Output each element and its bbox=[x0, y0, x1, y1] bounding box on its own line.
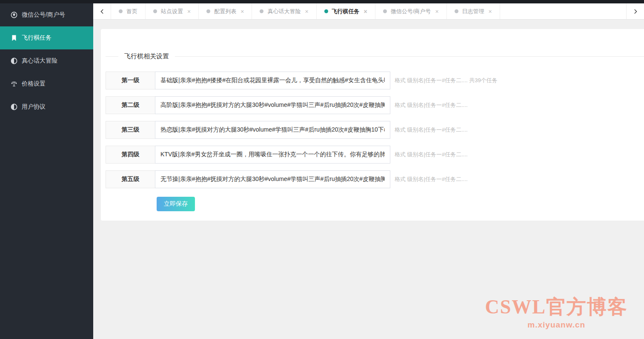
level-label: 第五级 bbox=[106, 170, 155, 188]
sidebar-item-wechat-account[interactable]: 微信公号/商户号 bbox=[0, 3, 93, 26]
sidebar-item-label: 真心话大冒险 bbox=[22, 57, 57, 65]
sidebar-item-label: 用户协议 bbox=[22, 103, 46, 111]
tab-log-management[interactable]: 日志管理 × bbox=[447, 3, 500, 19]
half-circle-icon bbox=[10, 57, 17, 65]
tab-label: 站点设置 bbox=[161, 8, 183, 15]
form-row-level-4: 第四级 格式 级别名|任务一#任务二.... bbox=[106, 146, 644, 164]
bookmark-icon bbox=[10, 34, 17, 42]
form-row-level-5: 第五级 格式 级别名|任务一#任务二.... bbox=[106, 170, 644, 188]
close-tab-icon[interactable]: × bbox=[435, 9, 438, 14]
form-row-level-2: 第二级 格式 级别名|任务一#任务二.... bbox=[106, 96, 644, 114]
task-level-form: 第一级 格式 级别名|任务一#任务二.... 共39个任务 第二级 格式 级别名… bbox=[106, 72, 644, 211]
format-hint: 格式 级别名|任务一#任务二.... bbox=[395, 175, 468, 183]
format-hint: 格式 级别名|任务一#任务二.... 共39个任务 bbox=[395, 77, 498, 84]
sidebar-item-label: 价格设置 bbox=[22, 80, 46, 88]
tab-status-dot bbox=[153, 9, 157, 13]
chevron-right-icon bbox=[633, 9, 638, 14]
level-2-tasks-input[interactable] bbox=[155, 96, 390, 114]
tab-label: 微信公号/商户号 bbox=[391, 8, 431, 15]
settings-panel: 飞行棋相关设置 第一级 格式 级别名|任务一#任务二.... 共39个任务 第二… bbox=[101, 29, 644, 221]
sidebar-item-truth-or-dare[interactable]: 真心话大冒险 bbox=[0, 49, 93, 72]
close-tab-icon[interactable]: × bbox=[240, 9, 244, 14]
window-top-strip bbox=[0, 0, 644, 3]
content-area: 飞行棋相关设置 第一级 格式 级别名|任务一#任务二.... 共39个任务 第二… bbox=[93, 20, 644, 339]
save-button[interactable]: 立即保存 bbox=[157, 197, 195, 211]
level-label: 第一级 bbox=[106, 72, 155, 89]
tab-site-settings[interactable]: 站点设置 × bbox=[146, 3, 199, 19]
tab-status-dot bbox=[206, 9, 210, 13]
close-tab-icon[interactable]: × bbox=[187, 9, 191, 14]
tab-home[interactable]: 首页 bbox=[111, 3, 146, 19]
sidebar-item-label: 微信公号/商户号 bbox=[22, 11, 65, 19]
level-3-tasks-input[interactable] bbox=[155, 121, 390, 139]
level-label: 第三级 bbox=[106, 121, 155, 139]
tab-status-dot bbox=[383, 9, 387, 13]
sidebar-item-label: 飞行棋任务 bbox=[22, 34, 52, 42]
level-label: 第二级 bbox=[106, 96, 155, 114]
tab-label: 配置列表 bbox=[214, 8, 236, 15]
tab-status-dot bbox=[260, 9, 263, 13]
watermark: CSWL官方博客 m.xiyuanw.cn bbox=[485, 295, 628, 330]
sidebar-item-flight-chess-tasks[interactable]: 飞行棋任务 bbox=[0, 26, 93, 49]
level-5-tasks-input[interactable] bbox=[155, 170, 390, 188]
form-row-level-1: 第一级 格式 级别名|任务一#任务二.... 共39个任务 bbox=[106, 72, 644, 89]
close-tab-icon[interactable]: × bbox=[364, 9, 367, 14]
tab-status-dot bbox=[455, 9, 458, 13]
section-title: 飞行棋相关设置 bbox=[118, 52, 175, 60]
tab-label: 日志管理 bbox=[462, 8, 484, 15]
level-label: 第四级 bbox=[106, 146, 155, 164]
divider-line bbox=[106, 56, 118, 57]
watermark-url: m.xiyuanw.cn bbox=[485, 320, 628, 330]
tab-flight-chess-tasks[interactable]: 飞行棋任务 × bbox=[317, 3, 375, 19]
chevron-left-icon bbox=[99, 9, 105, 14]
tab-config-list[interactable]: 配置列表 × bbox=[199, 3, 252, 19]
tab-label: 真心话大冒险 bbox=[267, 8, 301, 15]
tab-status-dot bbox=[324, 9, 328, 13]
scales-icon bbox=[10, 80, 17, 88]
level-1-tasks-input[interactable] bbox=[155, 72, 390, 89]
sidebar: 微信公号/商户号 飞行棋任务 真心话大冒险 价格设置 bbox=[0, 0, 93, 339]
level-4-tasks-input[interactable] bbox=[155, 146, 390, 164]
section-header: 飞行棋相关设置 bbox=[106, 29, 644, 60]
location-circle-icon bbox=[10, 11, 17, 19]
form-row-level-3: 第三级 格式 级别名|任务一#任务二.... bbox=[106, 121, 644, 139]
tabs-scroll-right-button[interactable] bbox=[626, 3, 644, 19]
watermark-title: CSWL官方博客 bbox=[485, 295, 628, 319]
format-hint: 格式 级别名|任务一#任务二.... bbox=[395, 101, 468, 109]
save-row: 立即保存 bbox=[157, 197, 644, 211]
close-tab-icon[interactable]: × bbox=[489, 9, 492, 14]
close-tab-icon[interactable]: × bbox=[305, 9, 308, 14]
app-window: 微信公号/商户号 飞行棋任务 真心话大冒险 价格设置 bbox=[0, 0, 644, 339]
format-hint: 格式 级别名|任务一#任务二.... bbox=[395, 151, 468, 158]
half-circle-icon bbox=[10, 103, 17, 111]
format-hint: 格式 级别名|任务一#任务二.... bbox=[395, 126, 468, 134]
sidebar-item-price-settings[interactable]: 价格设置 bbox=[0, 72, 93, 95]
tab-bar: 首页 站点设置 × 配置列表 × 真心话大冒险 × 飞行棋任务 × bbox=[93, 3, 644, 20]
tab-wechat-account[interactable]: 微信公号/商户号 × bbox=[375, 3, 447, 19]
tab-label: 首页 bbox=[126, 8, 137, 15]
tab-label: 飞行棋任务 bbox=[332, 8, 360, 15]
sidebar-item-user-agreement[interactable]: 用户协议 bbox=[0, 95, 93, 118]
divider-line bbox=[175, 56, 644, 57]
tab-status-dot bbox=[119, 9, 123, 13]
tabs-scroll-left-button[interactable] bbox=[93, 3, 111, 19]
main-area: 首页 站点设置 × 配置列表 × 真心话大冒险 × 飞行棋任务 × bbox=[93, 0, 644, 339]
tab-truth-or-dare[interactable]: 真心话大冒险 × bbox=[252, 3, 316, 19]
